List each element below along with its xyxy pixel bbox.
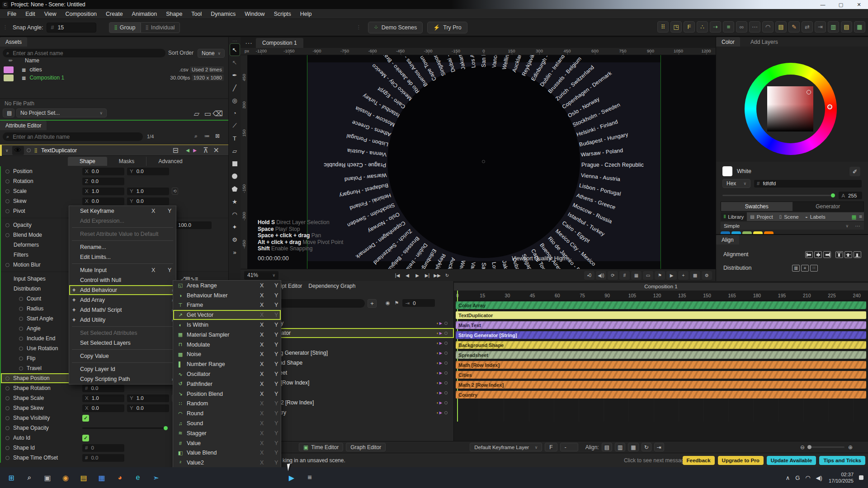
- y-option[interactable]: Y: [274, 410, 278, 417]
- submenu-item-stagger[interactable]: ≋StaggerXY: [173, 428, 281, 438]
- zoom-plus-icon[interactable]: ⌕: [194, 133, 198, 139]
- visibility-eye-icon[interactable]: 👁: [12, 146, 24, 155]
- app-blue-icon[interactable]: ▦: [95, 471, 108, 484]
- skip-end-button[interactable]: ▶▶: [432, 273, 442, 278]
- x-option[interactable]: X: [260, 361, 264, 367]
- grid-icon[interactable]: ⠿: [657, 21, 669, 33]
- zoom-level-dropdown[interactable]: 41%∨: [244, 271, 278, 280]
- refresh-button[interactable]: ⟳: [608, 271, 618, 280]
- align-tab[interactable]: Align: [716, 235, 739, 244]
- align-button-0[interactable]: [805, 251, 813, 258]
- solo-toggle[interactable]: [444, 381, 448, 385]
- y-option[interactable]: Y: [274, 400, 278, 407]
- value-field[interactable]: Y0.0: [127, 197, 169, 205]
- keyframe-toggle[interactable]: [5, 233, 9, 237]
- value-field[interactable]: Y0.0: [127, 404, 169, 412]
- star-tool[interactable]: ★: [230, 196, 240, 207]
- close-button[interactable]: ✕: [850, 0, 868, 9]
- update-available-button[interactable]: Update Available: [767, 456, 816, 465]
- y-option[interactable]: Y: [274, 391, 278, 397]
- align-button-4[interactable]: [844, 251, 852, 258]
- rectangle-tool[interactable]: [230, 158, 240, 169]
- expand-tools[interactable]: »: [230, 246, 240, 258]
- firefox-icon[interactable]: ◕: [113, 471, 127, 484]
- crosshair-button[interactable]: +: [678, 271, 689, 280]
- motion-path-icon[interactable]: ⇢: [710, 21, 721, 33]
- track-bar-textduplicator[interactable]: TextDuplicator: [456, 311, 866, 319]
- y-option[interactable]: Y: [274, 332, 278, 338]
- maximize-button[interactable]: ▢: [832, 0, 850, 9]
- tips-tricks-button[interactable]: Tips and Tricks: [819, 456, 865, 465]
- menu-composition[interactable]: Composition: [61, 11, 101, 17]
- grid-button[interactable]: ▦: [631, 271, 642, 280]
- value-field[interactable]: #0.0: [82, 454, 124, 462]
- panel-icon[interactable]: ▤: [775, 21, 787, 33]
- menu-item-reset-attribute-value-to-default[interactable]: Reset Attribute Value to Default: [69, 229, 176, 239]
- frame-icon[interactable]: F: [684, 21, 695, 33]
- attribute-row-rotation[interactable]: RotationZ0.0: [1, 176, 228, 186]
- tray-chevron-icon[interactable]: ∧: [786, 474, 790, 481]
- y-option[interactable]: Y: [274, 460, 278, 466]
- library-tab-project[interactable]: ▤Project: [747, 212, 776, 221]
- input-port-icon[interactable]: ◖: [436, 401, 439, 405]
- settings-tool[interactable]: ⚙: [230, 234, 240, 245]
- submenu-item-behaviour-mixer[interactable]: ◑Behaviour MixerXY: [173, 291, 281, 300]
- library-tab-labels[interactable]: ◒Labels: [802, 212, 829, 221]
- x-option[interactable]: X: [260, 430, 264, 436]
- play-button[interactable]: ▶: [412, 273, 422, 278]
- value-field[interactable]: X0.0: [82, 197, 124, 205]
- menu-file[interactable]: File: [3, 11, 21, 17]
- input-port-icon[interactable]: ◖: [436, 341, 439, 345]
- knife-tool[interactable]: ╱: [230, 82, 240, 94]
- attribute-editor-tab[interactable]: Attribute Editor: [0, 121, 47, 130]
- y-option[interactable]: Y: [274, 351, 278, 357]
- feedback-button[interactable]: Feedback: [683, 456, 715, 465]
- pattern-button[interactable]: ▩: [690, 271, 700, 280]
- distribution-button-2[interactable]: ∷: [810, 265, 818, 272]
- keyframe-toggle[interactable]: [5, 179, 9, 183]
- output-port-icon[interactable]: ▶: [439, 351, 442, 355]
- y-option[interactable]: Y: [274, 322, 278, 328]
- solo-toggle[interactable]: [444, 371, 448, 375]
- submenu-item-value2[interactable]: ²Value2XY: [173, 458, 281, 468]
- timeline-zoom-slider[interactable]: [808, 446, 844, 448]
- library-tab-library[interactable]: ⫴Library: [721, 212, 747, 221]
- submenu-item-frame[interactable]: ⊤FrameXY: [173, 300, 281, 310]
- render-button[interactable]: ▶: [666, 271, 677, 280]
- color-tab[interactable]: Color: [716, 37, 740, 47]
- timeline-ruler[interactable]: 0153045607590105120135150165180195210225…: [454, 291, 868, 300]
- more-icon[interactable]: ⋯: [855, 223, 861, 229]
- submenu-item-number-range[interactable]: ▌Number RangeXY: [173, 359, 281, 369]
- solo-toggle[interactable]: [444, 322, 448, 325]
- y-option[interactable]: Y: [274, 282, 278, 289]
- flag-button[interactable]: ⚑: [655, 271, 665, 280]
- arc-icon[interactable]: ◠: [762, 21, 774, 33]
- output-port-icon[interactable]: ▶: [439, 341, 442, 345]
- x-option[interactable]: X: [260, 322, 264, 328]
- keyframe-toggle[interactable]: [5, 426, 9, 430]
- input-port-icon[interactable]: ◖: [436, 331, 439, 335]
- edge-icon[interactable]: e: [131, 471, 145, 484]
- timeline-comp-header[interactable]: Composition 1: [454, 283, 868, 291]
- try-pro-button[interactable]: ⚡ Try Pro: [427, 22, 467, 33]
- menu-edit[interactable]: Edit: [21, 11, 40, 17]
- y-option[interactable]: Y: [274, 381, 278, 387]
- tab-options-icon[interactable]: ⋯: [245, 39, 252, 47]
- menu-item-add-array[interactable]: +Add Array›: [69, 295, 176, 305]
- keyframe-toggle[interactable]: [5, 169, 9, 174]
- x-option[interactable]: X: [260, 282, 264, 289]
- output-port-icon[interactable]: ▶: [439, 371, 442, 375]
- swap-icon[interactable]: ⇄: [802, 21, 813, 33]
- x-option[interactable]: X: [260, 302, 264, 308]
- asset-row-composition-1[interactable]: ▦Composition 130.00fps 868 x 488: [0, 74, 228, 82]
- submenu-item-noise[interactable]: ▩NoiseXY: [173, 350, 281, 360]
- submenu-item-pathfinder[interactable]: ↺PathfinderXY: [173, 379, 281, 389]
- notification-icon[interactable]: [859, 475, 863, 480]
- solo-toggle[interactable]: [444, 391, 448, 394]
- tab-dependency-graph[interactable]: Dependency Graph: [308, 283, 355, 289]
- output-port-icon[interactable]: ▶: [439, 381, 442, 385]
- submenu-item-random[interactable]: ∷RandomXY: [173, 399, 281, 409]
- status-message[interactable]: Click to see next message: [624, 457, 687, 464]
- asset-search-input[interactable]: ⌕ Enter an Asset name: [3, 49, 165, 57]
- screen-button[interactable]: ▭: [643, 271, 653, 280]
